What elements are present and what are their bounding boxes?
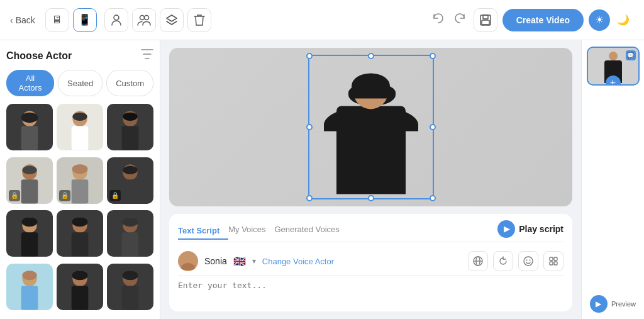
svg-point-13 xyxy=(123,113,137,121)
svg-point-37 xyxy=(72,271,88,280)
center-area: Text Script My Voices Generated Voices ▶… xyxy=(160,40,581,319)
refresh-icon xyxy=(498,256,508,266)
trash-tool-button[interactable] xyxy=(187,8,211,32)
light-theme-button[interactable]: ☀ xyxy=(589,9,610,31)
canvas-actor-head-group xyxy=(353,74,388,109)
lock-icon-5: 🔒 xyxy=(59,190,70,201)
svg-rect-48 xyxy=(550,257,553,260)
svg-point-28 xyxy=(72,218,88,227)
tab-text-script[interactable]: Text Script xyxy=(178,223,228,240)
handle-mid-right[interactable] xyxy=(430,124,436,130)
slide-thumb-head xyxy=(609,52,618,60)
handle-bot-left[interactable] xyxy=(306,195,313,201)
actor-card-2[interactable] xyxy=(57,104,103,150)
phone-icon: 📱 xyxy=(78,13,91,26)
actor-figure-7 xyxy=(6,210,53,257)
svg-rect-49 xyxy=(554,257,557,260)
play-script-icon: ▶ xyxy=(497,220,515,238)
actor-panel: Choose Actor All Actors Seated Custom xyxy=(0,40,160,319)
svg-rect-26 xyxy=(21,233,38,257)
grid-icon xyxy=(548,256,558,266)
handle-bot-right[interactable] xyxy=(430,195,436,201)
voice-avatar xyxy=(178,251,198,271)
change-voice-actor-button[interactable]: Change Voice Actor xyxy=(262,257,334,266)
actor-figure-2 xyxy=(57,104,103,150)
svg-rect-35 xyxy=(21,286,38,310)
tab-all-actors[interactable]: All Actors xyxy=(6,70,54,96)
handle-mid-left[interactable] xyxy=(306,124,313,130)
svg-rect-38 xyxy=(72,286,89,310)
back-button[interactable]: ‹ Back xyxy=(10,15,35,25)
globe-icon xyxy=(473,256,483,266)
refresh-button[interactable] xyxy=(493,251,513,271)
voice-name: Sonia xyxy=(204,256,227,266)
globe-button[interactable] xyxy=(468,251,488,271)
actor-figure-9 xyxy=(107,210,153,257)
svg-point-7 xyxy=(21,113,38,123)
actor-card-8[interactable] xyxy=(57,210,103,257)
undo-button[interactable] xyxy=(430,10,447,30)
canvas-background xyxy=(169,48,572,206)
tab-generated-voices[interactable]: Generated Voices xyxy=(274,222,348,237)
svg-rect-23 xyxy=(122,179,139,203)
actor-figure-11 xyxy=(57,264,103,310)
redo-button[interactable] xyxy=(451,10,469,30)
actor-card-11[interactable] xyxy=(57,264,103,310)
handle-top-center[interactable] xyxy=(368,53,374,59)
trash-icon xyxy=(194,14,205,26)
undo-redo-group xyxy=(430,10,469,30)
monitor-icon: 🖥 xyxy=(52,14,62,26)
actor-card-1[interactable] xyxy=(6,104,53,150)
group-icon xyxy=(137,14,151,26)
svg-point-16 xyxy=(22,166,36,174)
emoji-icon xyxy=(523,256,533,266)
actor-card-10[interactable] xyxy=(6,264,53,310)
actor-card-7[interactable] xyxy=(6,210,53,257)
canvas xyxy=(169,48,572,206)
svg-point-19 xyxy=(72,164,88,174)
person-icon xyxy=(110,14,123,26)
emoji-button[interactable] xyxy=(518,251,538,271)
canvas-actor-body xyxy=(336,106,406,194)
topbar-right-actions: Create Video ☀ 🌙 xyxy=(430,8,634,32)
actor-figure-3 xyxy=(107,104,153,150)
canvas-actor xyxy=(336,74,406,194)
voice-row: Sonia 🇬🇧 ▾ Change Voice Actor xyxy=(178,247,564,276)
create-video-button[interactable]: Create Video xyxy=(502,9,584,31)
tab-seated[interactable]: Seated xyxy=(58,70,103,96)
slide-thumbnail-1[interactable]: 💬 + xyxy=(587,47,640,86)
grid-button[interactable] xyxy=(543,251,564,271)
tab-custom[interactable]: Custom xyxy=(106,70,153,96)
actor-card-5[interactable]: 🔒 xyxy=(57,157,103,204)
monitor-view-button[interactable]: 🖥 xyxy=(45,8,69,32)
handle-top-left[interactable] xyxy=(306,53,313,59)
layers-tool-button[interactable] xyxy=(160,8,184,32)
actor-grid: 🔒 🔒 🔒 xyxy=(6,104,153,313)
svg-rect-29 xyxy=(72,233,89,257)
handle-top-right[interactable] xyxy=(430,53,436,59)
actor-figure-12 xyxy=(107,264,153,310)
text-script-input[interactable] xyxy=(178,276,564,301)
undo-icon xyxy=(432,13,445,24)
svg-point-1 xyxy=(140,15,144,20)
play-script-button[interactable]: ▶ Play script xyxy=(497,220,564,238)
actor-card-3[interactable] xyxy=(107,104,153,150)
save-button[interactable] xyxy=(474,8,497,32)
svg-point-31 xyxy=(123,218,138,227)
mobile-view-button[interactable]: 📱 xyxy=(73,8,97,32)
view-toggle-icons: 🖥 📱 xyxy=(45,8,97,32)
actor-card-9[interactable] xyxy=(107,210,153,257)
voice-dropdown-arrow[interactable]: ▾ xyxy=(252,257,256,266)
actor-card-12[interactable] xyxy=(107,264,153,310)
preview-play-button[interactable]: ▶ xyxy=(590,295,608,313)
group-tool-button[interactable] xyxy=(132,8,156,32)
actor-card-4[interactable]: 🔒 xyxy=(6,157,53,204)
handle-bot-center[interactable] xyxy=(368,195,374,201)
tab-my-voices[interactable]: My Voices xyxy=(228,222,274,237)
person-tool-button[interactable] xyxy=(104,8,128,32)
svg-rect-4 xyxy=(483,15,488,19)
actor-card-6[interactable]: 🔒 xyxy=(107,157,153,204)
dark-theme-button[interactable]: 🌙 xyxy=(613,9,634,31)
svg-point-2 xyxy=(144,15,148,20)
filter-icon[interactable] xyxy=(141,49,153,62)
